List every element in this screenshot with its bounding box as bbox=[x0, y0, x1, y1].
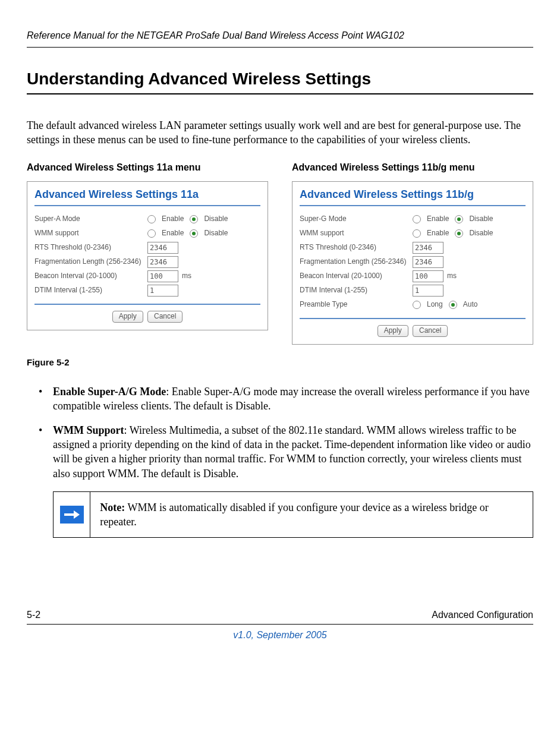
panel-buttons-g: Apply Cancel bbox=[300, 318, 526, 337]
input-frag-a[interactable] bbox=[147, 256, 178, 268]
input-dtim-g[interactable] bbox=[413, 285, 443, 297]
radio-disable-wmm-a[interactable] bbox=[190, 229, 198, 238]
list-item: Enable Super-A/G Mode: Enable Super-A/G … bbox=[27, 384, 533, 414]
apply-button-a[interactable]: Apply bbox=[112, 311, 143, 323]
row-preamble: Preamble Type Long Auto bbox=[300, 298, 526, 312]
radio-enable-wmm-g[interactable] bbox=[413, 229, 421, 238]
row-wmm-a: WMM support Enable Disable bbox=[34, 226, 260, 241]
label-frag-a: Fragmentation Length (256-2346) bbox=[34, 257, 147, 267]
radio-disable-label: Disable bbox=[204, 229, 228, 238]
label-rts-a: RTS Threshold (0-2346) bbox=[34, 243, 147, 253]
radio-enable-wmm-a[interactable] bbox=[147, 229, 156, 238]
panel-11a: Advanced Wireless Settings 11a Super-A M… bbox=[27, 181, 268, 330]
menu-col-11bg: Advanced Wireless Settings 11b/g menu Ad… bbox=[292, 162, 533, 345]
label-beacon-a: Beacon Interval (20-1000) bbox=[34, 272, 147, 281]
radio-auto-preamble[interactable] bbox=[449, 301, 457, 309]
input-rts-g[interactable] bbox=[413, 242, 443, 254]
radio-enable-label: Enable bbox=[162, 215, 184, 224]
unit-ms-a: ms bbox=[182, 272, 191, 281]
radio-disable-label: Disable bbox=[204, 215, 228, 224]
row-rts-a: RTS Threshold (0-2346) bbox=[34, 241, 260, 255]
panel-title-11bg: Advanced Wireless Settings 11b/g bbox=[300, 188, 526, 201]
label-wmm-a: WMM support bbox=[34, 229, 147, 238]
label-wmm-g: WMM support bbox=[300, 229, 413, 238]
row-frag-g: Fragmentation Length (256-2346) bbox=[300, 255, 526, 269]
radio-enable-label: Enable bbox=[427, 229, 449, 238]
input-dtim-a[interactable] bbox=[147, 285, 178, 297]
row-dtim-g: DTIM Interval (1-255) bbox=[300, 283, 526, 298]
apply-button-g[interactable]: Apply bbox=[377, 325, 408, 337]
note-body: WMM is automatically disabled if you con… bbox=[100, 502, 488, 528]
radio-disable-super-g[interactable] bbox=[455, 215, 463, 223]
input-beacon-a[interactable] bbox=[147, 270, 178, 282]
figure-caption: Figure 5-2 bbox=[27, 357, 533, 368]
page-title: Understanding Advanced Wireless Settings bbox=[27, 68, 533, 94]
row-rts-g: RTS Threshold (0-2346) bbox=[300, 241, 526, 255]
panel-11bg: Advanced Wireless Settings 11b/g Super-G… bbox=[292, 181, 533, 345]
label-dtim-a: DTIM Interval (1-255) bbox=[34, 286, 147, 295]
bullet-text: : Wireless Multimedia, a subset of the 8… bbox=[53, 424, 531, 480]
divider bbox=[300, 205, 526, 206]
label-super-a: Super-A Mode bbox=[34, 215, 147, 224]
radio-enable-super-g[interactable] bbox=[413, 215, 421, 223]
radio-auto-label: Auto bbox=[463, 300, 478, 310]
row-beacon-a: Beacon Interval (20-1000) ms bbox=[34, 269, 260, 283]
note-box: Note: WMM is automatically disabled if y… bbox=[53, 491, 533, 538]
arrow-right-icon bbox=[60, 506, 84, 524]
input-rts-a[interactable] bbox=[147, 242, 178, 254]
radio-disable-wmm-g[interactable] bbox=[455, 229, 463, 238]
menu-col-11a: Advanced Wireless Settings 11a menu Adva… bbox=[27, 162, 268, 330]
bullet-lead: Enable Super-A/G Mode bbox=[53, 386, 166, 398]
label-beacon-g: Beacon Interval (20-1000) bbox=[300, 272, 413, 281]
label-super-g: Super-G Mode bbox=[300, 215, 413, 224]
footer-section: Advanced Configuration bbox=[432, 609, 533, 622]
input-beacon-g[interactable] bbox=[413, 270, 443, 282]
panel-title-11a: Advanced Wireless Settings 11a bbox=[34, 188, 260, 201]
note-text: Note: WMM is automatically disabled if y… bbox=[90, 492, 533, 538]
row-beacon-g: Beacon Interval (20-1000) ms bbox=[300, 269, 526, 283]
row-super-g: Super-G Mode Enable Disable bbox=[300, 212, 526, 226]
bullet-lead: WMM Support bbox=[53, 424, 124, 436]
footer: 5-2 Advanced Configuration v1.0, Septemb… bbox=[27, 609, 533, 642]
radio-disable-super-a[interactable] bbox=[190, 215, 198, 223]
radio-long-label: Long bbox=[427, 300, 443, 310]
input-frag-g[interactable] bbox=[413, 256, 443, 268]
radio-enable-label: Enable bbox=[162, 229, 184, 238]
footer-page-number: 5-2 bbox=[27, 609, 40, 622]
row-dtim-a: DTIM Interval (1-255) bbox=[34, 283, 260, 298]
radio-long-preamble[interactable] bbox=[413, 301, 421, 309]
label-preamble: Preamble Type bbox=[300, 300, 413, 310]
bullet-list: Enable Super-A/G Mode: Enable Super-A/G … bbox=[27, 384, 533, 481]
note-icon-cell bbox=[54, 492, 90, 538]
row-super-a: Super-A Mode Enable Disable bbox=[34, 212, 260, 226]
cancel-button-g[interactable]: Cancel bbox=[413, 325, 448, 337]
menus-row: Advanced Wireless Settings 11a menu Adva… bbox=[27, 162, 533, 345]
doc-header: Reference Manual for the NETGEAR ProSafe… bbox=[27, 30, 533, 48]
label-frag-g: Fragmentation Length (256-2346) bbox=[300, 257, 413, 267]
label-rts-g: RTS Threshold (0-2346) bbox=[300, 243, 413, 253]
menu-heading-11bg: Advanced Wireless Settings 11b/g menu bbox=[292, 162, 533, 174]
unit-ms-g: ms bbox=[447, 272, 457, 281]
row-frag-a: Fragmentation Length (256-2346) bbox=[34, 255, 260, 269]
label-dtim-g: DTIM Interval (1-255) bbox=[300, 286, 413, 295]
radio-disable-label: Disable bbox=[469, 229, 493, 238]
radio-enable-super-a[interactable] bbox=[147, 215, 156, 223]
list-item: WMM Support: Wireless Multimedia, a subs… bbox=[27, 423, 533, 481]
radio-disable-label: Disable bbox=[469, 215, 493, 224]
divider bbox=[34, 205, 260, 206]
note-lead: Note: bbox=[100, 502, 125, 513]
row-wmm-g: WMM support Enable Disable bbox=[300, 226, 526, 241]
menu-heading-11a: Advanced Wireless Settings 11a menu bbox=[27, 162, 268, 174]
intro-paragraph: The default advanced wireless LAN parame… bbox=[27, 118, 533, 147]
radio-enable-label: Enable bbox=[427, 215, 449, 224]
panel-buttons-a: Apply Cancel bbox=[34, 304, 260, 323]
footer-version: v1.0, September 2005 bbox=[27, 629, 533, 642]
cancel-button-a[interactable]: Cancel bbox=[147, 311, 183, 323]
